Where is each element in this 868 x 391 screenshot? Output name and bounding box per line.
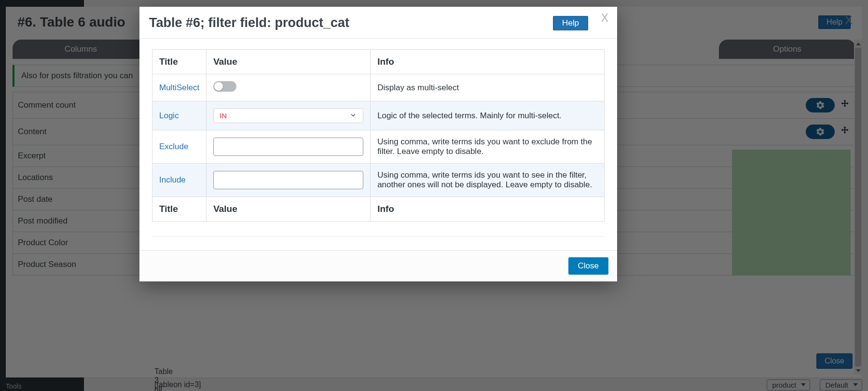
- col-footer-title: Title: [152, 197, 207, 222]
- row-multiselect-info: Display as multi-select: [371, 74, 605, 101]
- exclude-input[interactable]: [213, 138, 363, 156]
- col-footer-value: Value: [207, 197, 371, 222]
- filter-config-table: Title Value Info MultiSelect Display as …: [152, 49, 605, 222]
- col-header-info: Info: [371, 50, 605, 74]
- modal-close-icon[interactable]: X: [601, 12, 608, 25]
- modal-close-button[interactable]: Close: [568, 257, 608, 275]
- row-include-title[interactable]: Include: [159, 175, 186, 184]
- modal-separator: [152, 236, 605, 237]
- col-header-title: Title: [152, 50, 207, 74]
- include-input[interactable]: [213, 171, 363, 189]
- modal-title: Table #6; filter field: product_cat: [149, 15, 349, 30]
- chevron-down-icon: [349, 111, 357, 120]
- filter-field-modal: Table #6; filter field: product_cat Help…: [139, 7, 617, 281]
- multiselect-toggle[interactable]: [213, 81, 236, 92]
- row-exclude-title[interactable]: Exclude: [159, 142, 188, 151]
- modal-header: Table #6; filter field: product_cat Help…: [139, 7, 617, 39]
- modal-body: Title Value Info MultiSelect Display as …: [139, 39, 617, 250]
- row-include: Include Using comma, write terms ids you…: [152, 164, 605, 197]
- row-include-info: Using comma, write terms ids you want to…: [371, 164, 605, 197]
- row-exclude: Exclude Using comma, write terms ids you…: [152, 130, 605, 164]
- col-footer-info: Info: [371, 197, 605, 222]
- row-exclude-info: Using comma, write terms ids you want to…: [371, 130, 605, 164]
- row-logic: Logic IN Logic of the selected terms. Ma…: [152, 101, 605, 130]
- row-multiselect-title[interactable]: MultiSelect: [159, 83, 199, 92]
- modal-help-button[interactable]: Help: [553, 16, 588, 30]
- logic-select[interactable]: IN: [213, 108, 363, 123]
- col-header-value: Value: [207, 50, 371, 74]
- row-logic-title[interactable]: Logic: [159, 111, 179, 120]
- modal-footer: Close: [139, 250, 617, 281]
- logic-select-value: IN: [220, 112, 227, 120]
- row-multiselect: MultiSelect Display as multi-select: [152, 74, 605, 101]
- row-logic-info: Logic of the selected terms. Mainly for …: [371, 101, 605, 130]
